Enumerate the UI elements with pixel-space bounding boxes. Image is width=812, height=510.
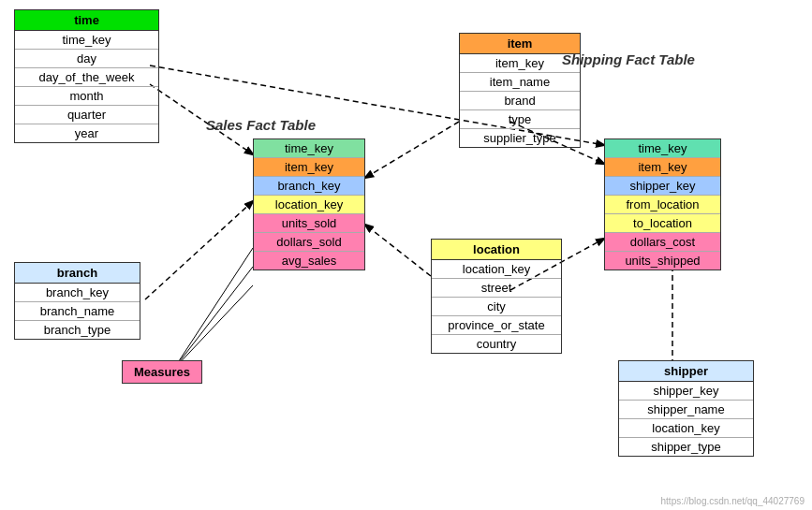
branch-header: branch [15, 263, 140, 284]
item-row-3: brand [460, 92, 580, 110]
svg-line-8 [173, 248, 253, 370]
branch-dimension-table: branch branch_key branch_name branch_typ… [14, 262, 140, 340]
svg-line-9 [173, 267, 253, 370]
branch-row-2: branch_name [15, 302, 140, 321]
location-row-2: street [432, 279, 561, 298]
svg-line-1 [365, 122, 459, 178]
time-row-5: quarter [15, 106, 158, 124]
item-dimension-table: item item_key item_name brand type suppl… [459, 33, 581, 148]
svg-line-3 [365, 225, 431, 276]
ship-units-shipped: units_shipped [605, 252, 720, 270]
location-header: location [432, 240, 561, 260]
time-row-2: day [15, 50, 158, 68]
item-row-4: type [460, 110, 580, 129]
ship-shipper-key: shipper_key [605, 177, 720, 196]
time-row-6: year [15, 124, 158, 142]
time-dimension-table: time time_key day day_of_the_week month … [14, 9, 159, 143]
ship-item-key: item_key [605, 158, 720, 177]
time-header: time [15, 10, 158, 31]
shipper-row-2: shipper_name [619, 401, 753, 419]
item-row-2: item_name [460, 73, 580, 92]
sales-location-key: location_key [254, 196, 364, 214]
watermark: https://blog.csdn.net/qq_44027769 [661, 496, 805, 506]
measures-box: Measures [122, 360, 202, 384]
diagram-container: time time_key day day_of_the_week month … [0, 0, 812, 510]
location-row-1: location_key [432, 260, 561, 279]
time-row-4: month [15, 87, 158, 106]
sales-branch-key: branch_key [254, 177, 364, 196]
location-row-3: city [432, 298, 561, 316]
shipper-row-4: shipper_type [619, 438, 753, 456]
item-row-5: supplier_type [460, 129, 580, 147]
svg-line-2 [145, 201, 253, 299]
branch-row-1: branch_key [15, 284, 140, 302]
ship-to-location: to_location [605, 214, 720, 233]
location-row-5: country [432, 335, 561, 353]
shipping-fact-label: Shipping Fact Table [562, 51, 695, 67]
shipper-row-1: shipper_key [619, 382, 753, 401]
sales-time-key: time_key [254, 139, 364, 158]
sales-fact-table: time_key item_key branch_key location_ke… [253, 138, 365, 270]
sales-fact-label: Sales Fact Table [206, 117, 316, 133]
ship-time-key: time_key [605, 139, 720, 158]
shipper-row-3: location_key [619, 419, 753, 438]
sales-item-key: item_key [254, 158, 364, 177]
shipper-dimension-table: shipper shipper_key shipper_name locatio… [618, 360, 754, 457]
ship-dollars-cost: dollars_cost [605, 233, 720, 252]
branch-row-3: branch_type [15, 321, 140, 339]
shipper-header: shipper [619, 361, 753, 382]
time-row-1: time_key [15, 31, 158, 50]
sales-units-sold: units_sold [254, 214, 364, 233]
ship-from-location: from_location [605, 196, 720, 214]
location-row-4: province_or_state [432, 316, 561, 335]
svg-line-10 [173, 285, 253, 370]
sales-avg-sales: avg_sales [254, 252, 364, 270]
shipping-fact-table: time_key item_key shipper_key from_locat… [604, 138, 721, 270]
time-row-3: day_of_the_week [15, 68, 158, 87]
location-dimension-table: location location_key street city provin… [431, 239, 562, 354]
sales-dollars-sold: dollars_sold [254, 233, 364, 252]
